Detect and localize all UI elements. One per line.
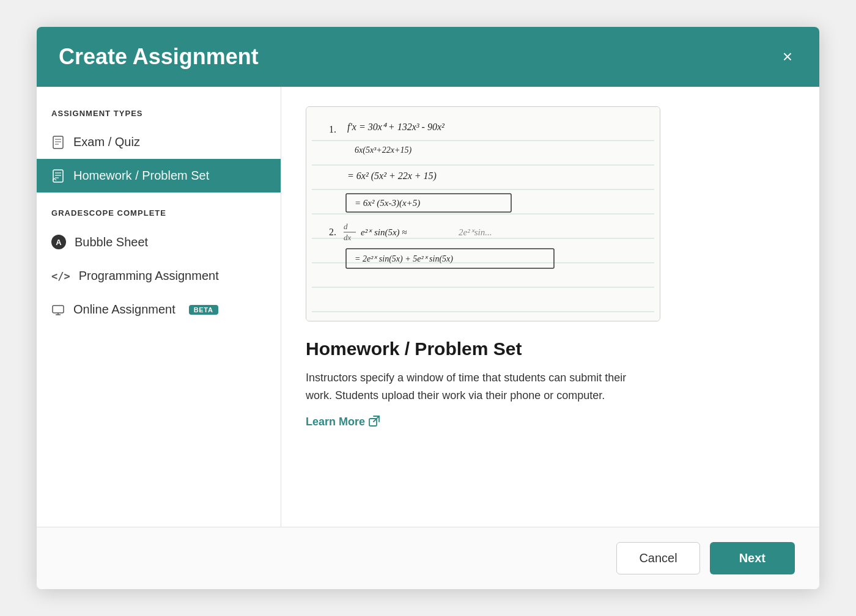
homework-label: Homework / Problem Set xyxy=(73,169,209,183)
beta-badge: BETA xyxy=(189,305,218,315)
svg-text:2.: 2. xyxy=(329,227,336,237)
exam-quiz-label: Exam / Quiz xyxy=(73,135,140,149)
sidebar-item-online[interactable]: Online Assignment BETA xyxy=(37,293,281,326)
content-description: Instructors specify a window of time tha… xyxy=(306,369,648,405)
create-assignment-modal: Create Assignment × ASSIGNMENT TYPES Exa… xyxy=(37,27,819,589)
sidebar-item-homework[interactable]: Homework / Problem Set xyxy=(37,159,281,193)
svg-text:= 6x² (5x² + 22x + 15): = 6x² (5x² + 22x + 15) xyxy=(347,170,437,182)
homework-icon xyxy=(51,169,65,183)
bubble-sheet-icon: A xyxy=(51,235,66,249)
bubble-sheet-label: Bubble Sheet xyxy=(75,235,148,249)
programming-label: Programming Assignment xyxy=(79,269,219,283)
gradescope-complete-label: GRADESCOPE COMPLETE xyxy=(37,208,281,225)
sidebar: ASSIGNMENT TYPES Exam / Quiz xyxy=(37,87,281,527)
close-button[interactable]: × xyxy=(778,46,797,68)
content-desc-line1: Instructors specify a window of time tha… xyxy=(306,372,626,384)
online-label: Online Assignment xyxy=(73,302,175,317)
svg-rect-0 xyxy=(53,136,63,148)
svg-text:2e²ˣsin...: 2e²ˣsin... xyxy=(459,227,492,237)
svg-text:dx: dx xyxy=(344,233,352,242)
modal-header: Create Assignment × xyxy=(37,27,819,87)
modal-body: ASSIGNMENT TYPES Exam / Quiz xyxy=(37,87,819,527)
sidebar-item-bubble-sheet[interactable]: A Bubble Sheet xyxy=(37,225,281,259)
content-area: 1. f'x = 30x⁴ + 132x³ - 90x² 6x(5x³+22x+… xyxy=(281,87,819,527)
cancel-button[interactable]: Cancel xyxy=(616,542,699,574)
sidebar-item-exam-quiz[interactable]: Exam / Quiz xyxy=(37,125,281,159)
content-desc-line2: work. Students upload their work via the… xyxy=(306,389,605,402)
homework-preview-image: 1. f'x = 30x⁴ + 132x³ - 90x² 6x(5x³+22x+… xyxy=(306,106,660,321)
svg-text:= 2e²ˣ sin(5x) + 5e²ˣ sin(5x): = 2e²ˣ sin(5x) + 5e²ˣ sin(5x) xyxy=(355,254,453,264)
learn-more-label: Learn More xyxy=(306,416,365,428)
learn-more-link[interactable]: Learn More xyxy=(306,416,380,429)
external-link-icon xyxy=(369,416,380,429)
svg-text:f'x = 30x⁴ + 132x³ - 90x²: f'x = 30x⁴ + 132x³ - 90x² xyxy=(347,122,445,133)
modal-title: Create Assignment xyxy=(59,44,259,70)
modal-footer: Cancel Next xyxy=(37,527,819,589)
exam-quiz-icon xyxy=(51,136,65,149)
assignment-types-label: ASSIGNMENT TYPES xyxy=(37,109,281,125)
svg-text:e²ˣ sin(5x)  ≈: e²ˣ sin(5x) ≈ xyxy=(361,227,407,238)
sidebar-item-programming[interactable]: </> Programming Assignment xyxy=(37,259,281,293)
svg-text:= 6x² (5x-3)(x+5): = 6x² (5x-3)(x+5) xyxy=(355,198,420,208)
svg-text:1.: 1. xyxy=(329,124,336,134)
next-button[interactable]: Next xyxy=(710,542,795,574)
content-title: Homework / Problem Set xyxy=(306,339,795,359)
svg-rect-8 xyxy=(53,306,64,313)
online-icon xyxy=(51,303,65,317)
svg-text:6x(5x³+22x+15): 6x(5x³+22x+15) xyxy=(355,145,411,155)
programming-icon: </> xyxy=(51,270,70,282)
svg-text:d: d xyxy=(344,222,348,231)
svg-rect-4 xyxy=(53,170,63,182)
